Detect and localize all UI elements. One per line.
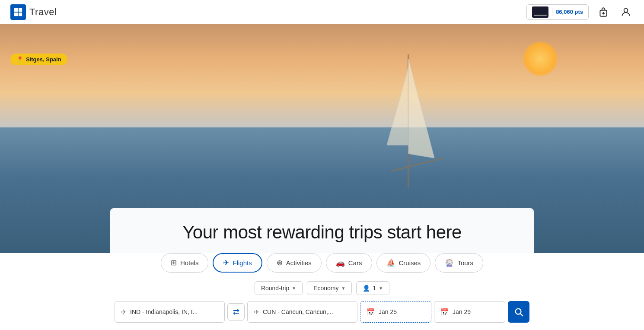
cars-icon: 🚗: [336, 258, 345, 267]
depart-date-field[interactable]: 📅 Jan 25: [360, 301, 431, 323]
svg-line-13: [520, 314, 523, 316]
svg-marker-10: [387, 67, 408, 145]
tab-activities[interactable]: ⊛ Activities: [267, 253, 322, 273]
hotels-icon: ⊞: [171, 258, 177, 267]
logo[interactable]: Travel: [10, 4, 57, 20]
logo-icon: [10, 4, 26, 20]
hero-section: 📍 Sitges, Spain Your most rewarding trip…: [0, 24, 644, 253]
trip-type-chevron: ▼: [292, 286, 296, 291]
chase-logo-svg: [13, 7, 23, 17]
trip-type-label: Round-trip: [261, 285, 289, 292]
tab-flights[interactable]: ✈ Flights: [213, 253, 262, 273]
tab-cars[interactable]: 🚗 Cars: [326, 253, 372, 273]
category-tabs: ⊞ Hotels ✈ Flights ⊛ Activities 🚗 Cars ⛵…: [161, 253, 483, 273]
hero-overlay: Your most rewarding trips start here: [110, 208, 534, 253]
passengers-chevron: ▼: [379, 286, 383, 291]
origin-flight-icon: ✈: [121, 308, 127, 316]
luggage-button[interactable]: [596, 4, 611, 20]
origin-field[interactable]: ✈ IND - Indianapolis, IN, I...: [115, 301, 225, 323]
origin-value: IND - Indianapolis, IN, I...: [130, 308, 218, 315]
swap-icon: ⇄: [233, 307, 239, 317]
logo-text: Travel: [29, 6, 57, 18]
tab-hotels-label: Hotels: [180, 259, 199, 267]
location-pin-icon: 📍: [16, 56, 23, 63]
return-date-value: Jan 29: [453, 308, 499, 315]
tab-cruises[interactable]: ⛵ Cruises: [376, 253, 431, 273]
user-icon: [620, 6, 631, 18]
location-badge: 📍 Sitges, Spain: [10, 54, 67, 65]
svg-point-7: [624, 8, 628, 12]
return-calendar-icon: 📅: [440, 308, 449, 316]
svg-line-11: [391, 158, 443, 171]
depart-calendar-icon: 📅: [367, 308, 375, 316]
filters-row: Round-trip ▼ Economy ▼ 👤 1 ▼: [255, 281, 389, 295]
passengers-icon-label: 👤: [363, 285, 370, 292]
return-date-field[interactable]: 📅 Jan 29: [434, 301, 505, 323]
tab-tours-label: Tours: [457, 259, 473, 267]
location-text: Sitges, Spain: [26, 56, 61, 63]
hero-sky: [0, 24, 644, 139]
swap-button[interactable]: ⇄: [227, 303, 245, 320]
passengers-select[interactable]: 👤 1 ▼: [356, 281, 389, 295]
destination-value: CUN - Cancun, Cancun,...: [263, 308, 351, 315]
cabin-class-label: Economy: [313, 285, 338, 292]
sailboat-svg: [365, 50, 452, 201]
cruises-icon: ⛵: [386, 258, 395, 267]
search-button[interactable]: [508, 301, 529, 323]
user-button[interactable]: [618, 4, 634, 20]
cabin-class-chevron: ▼: [341, 286, 346, 291]
tours-icon: 🎡: [445, 258, 454, 267]
svg-rect-0: [14, 8, 18, 11]
trip-type-select[interactable]: Round-trip ▼: [255, 281, 303, 295]
luggage-icon: [598, 6, 609, 18]
depart-date-value: Jan 25: [379, 308, 425, 315]
header: Travel 86,060 pts: [0, 0, 644, 24]
destination-field[interactable]: ✈ CUN - Cancun, Cancun,...: [247, 301, 357, 323]
tab-hotels[interactable]: ⊞ Hotels: [161, 253, 209, 273]
credit-card-chip: [532, 6, 548, 18]
tab-tours[interactable]: 🎡 Tours: [435, 253, 483, 273]
tab-cars-label: Cars: [348, 259, 362, 267]
hero-sun: [523, 41, 558, 76]
divider: [552, 8, 552, 16]
points-value: 86,060 pts: [556, 9, 583, 15]
flights-icon: ✈: [223, 258, 229, 267]
svg-rect-2: [14, 12, 18, 16]
tab-cruises-label: Cruises: [399, 259, 421, 267]
search-fields: ✈ IND - Indianapolis, IN, I... ⇄ ✈ CUN -…: [115, 301, 529, 323]
header-right: 86,060 pts: [526, 4, 634, 20]
search-section: ⊞ Hotels ✈ Flights ⊛ Activities 🚗 Cars ⛵…: [0, 253, 644, 330]
activities-icon: ⊛: [277, 258, 283, 267]
points-card[interactable]: 86,060 pts: [526, 4, 589, 20]
tab-activities-label: Activities: [286, 259, 312, 267]
svg-rect-3: [19, 12, 22, 16]
svg-marker-9: [408, 59, 434, 158]
tab-flights-label: Flights: [233, 259, 252, 267]
hero-title: Your most rewarding trips start here: [128, 222, 516, 243]
svg-rect-1: [19, 8, 22, 11]
cabin-class-select[interactable]: Economy ▼: [307, 281, 352, 295]
destination-flight-icon: ✈: [254, 308, 259, 316]
search-icon: [514, 307, 523, 317]
passengers-count: 1: [373, 285, 376, 292]
